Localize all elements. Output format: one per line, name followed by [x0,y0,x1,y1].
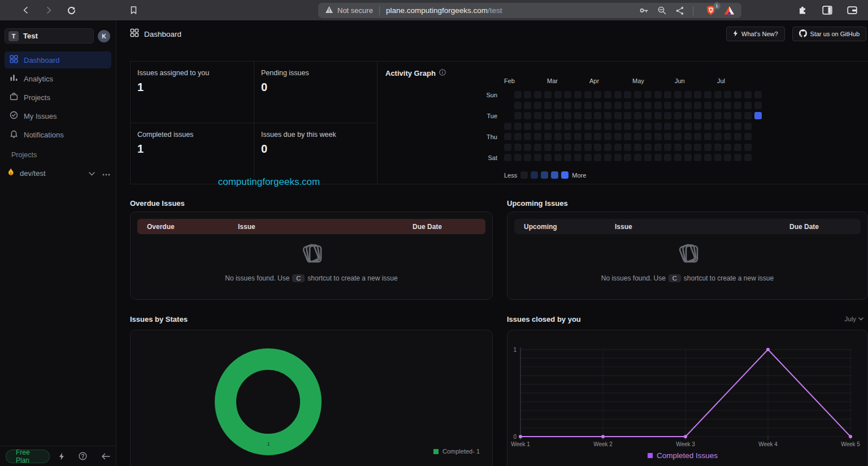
stat-value: 1 [137,143,247,156]
sidebar-item-dashboard[interactable]: Dashboard [5,51,111,68]
url-host: plane.computingforgeeks.com [386,6,488,15]
activity-cell [734,133,741,140]
activity-cell [744,91,752,98]
month-filter-dropdown[interactable]: July [845,316,863,322]
whats-new-button[interactable]: What's New? [726,27,784,41]
upcoming-empty-state: No issues found. UseCshortcut to create … [507,241,867,282]
activity-cell [614,144,622,151]
address-bar[interactable]: Not secure plane.computingforgeeks.com/t… [318,3,741,18]
activity-cell [574,154,581,161]
sidebar-project-dev-test[interactable]: dev/test [7,166,110,180]
brave-shield-icon[interactable]: 1 [704,4,718,18]
activity-legend: Less More [504,171,586,179]
chevron-down-icon[interactable] [89,168,95,178]
overdue-issues-title: Overdue Issues [130,199,493,208]
activity-cell [604,112,611,119]
activity-cell [674,133,682,140]
reload-icon[interactable] [63,2,79,18]
activity-cell [674,102,682,109]
svg-text:0: 0 [513,434,517,440]
page-title: Dashboard [144,30,181,38]
activity-cell [584,91,592,98]
activity-cell [664,91,671,98]
issues-closed-chart: 10Week 1Week 2Week 3Week 4Week 5Complete… [507,330,867,466]
column-issue: Issue [238,223,413,231]
activity-cell [604,133,611,140]
forward-icon[interactable] [41,2,57,18]
activity-cell [544,123,552,130]
activity-cell [574,91,581,98]
activity-cell [624,102,631,109]
activity-cell [604,91,611,98]
activity-cell [524,154,531,161]
browser-toolbar: Not secure plane.computingforgeeks.com/t… [0,0,868,20]
legend-label: Completed- 1 [442,448,480,455]
sidebar-item-my-issues[interactable]: My Issues [5,107,111,124]
sidebar-item-notifications[interactable]: Notifications [5,126,111,143]
activity-cell [524,133,531,140]
sidebar: T Test K Dashboard Analytics Projects [0,20,116,466]
column-issue: Issue [615,223,789,231]
info-icon[interactable] [439,69,446,77]
activity-cell [634,102,641,109]
activity-cell [634,154,641,161]
activity-heatmap-grid [504,91,764,165]
activity-cell [514,133,522,140]
month-label: Jul [717,77,725,84]
page-header: Dashboard What's New? Star us on GitHub [116,20,868,48]
activity-cell [624,112,631,119]
states-donut-chart [215,348,322,455]
activity-cell [734,112,741,119]
user-avatar[interactable]: K [98,30,110,42]
stat-card-pending: Pending issues 0 [254,62,377,123]
activity-cell [654,91,662,98]
activity-cell [624,144,631,151]
back-icon[interactable] [18,2,34,18]
legend-swatch [541,171,548,179]
sidebar-panel-icon[interactable] [819,2,835,18]
star-github-button[interactable]: Star us on GitHub [792,27,866,41]
activity-cell [574,102,581,109]
activity-cell [634,133,641,140]
activity-cell [614,112,622,119]
github-icon [799,29,807,38]
activity-cell [664,144,671,151]
activity-cell [534,123,541,130]
extensions-puzzle-icon[interactable] [795,2,810,18]
activity-cell [614,102,622,109]
month-label: Jun [675,77,685,84]
url-path: /test [488,6,502,15]
help-icon[interactable] [79,452,87,460]
sidebar-item-analytics[interactable]: Analytics [5,70,111,87]
legend-more-label: More [572,172,586,179]
activity-cell [564,102,571,109]
password-key-icon[interactable] [637,4,650,18]
share-icon[interactable] [673,4,687,18]
activity-cell [634,91,641,98]
bolt-icon [733,30,738,38]
workspace-selector[interactable]: T Test [5,28,94,44]
zoom-out-icon[interactable] [655,4,669,18]
activity-cell [694,91,701,98]
shortcuts-bolt-icon[interactable] [59,452,64,460]
free-plan-button[interactable]: Free Plan [6,450,50,463]
wallet-icon[interactable] [844,2,860,18]
activity-cell [724,91,731,98]
activity-cell [594,112,601,119]
activity-cell [664,102,671,109]
activity-cell [654,144,662,151]
brave-rewards-icon[interactable] [722,4,736,18]
svg-text:Week 5: Week 5 [841,441,860,447]
bookmark-icon[interactable] [125,2,141,18]
collapse-sidebar-arrow-icon[interactable] [101,452,110,460]
url-divider [379,6,380,15]
activity-cell [734,123,741,130]
legend-less-label: Less [504,172,517,179]
activity-cell [724,123,731,130]
activity-cell [684,112,692,119]
project-menu-ellipsis-icon[interactable] [102,168,110,178]
sidebar-item-projects[interactable]: Projects [5,89,111,106]
activity-cell [664,112,671,119]
activity-legend-swatches [520,171,568,179]
upcoming-issues-title: Upcoming Issues [507,199,868,208]
